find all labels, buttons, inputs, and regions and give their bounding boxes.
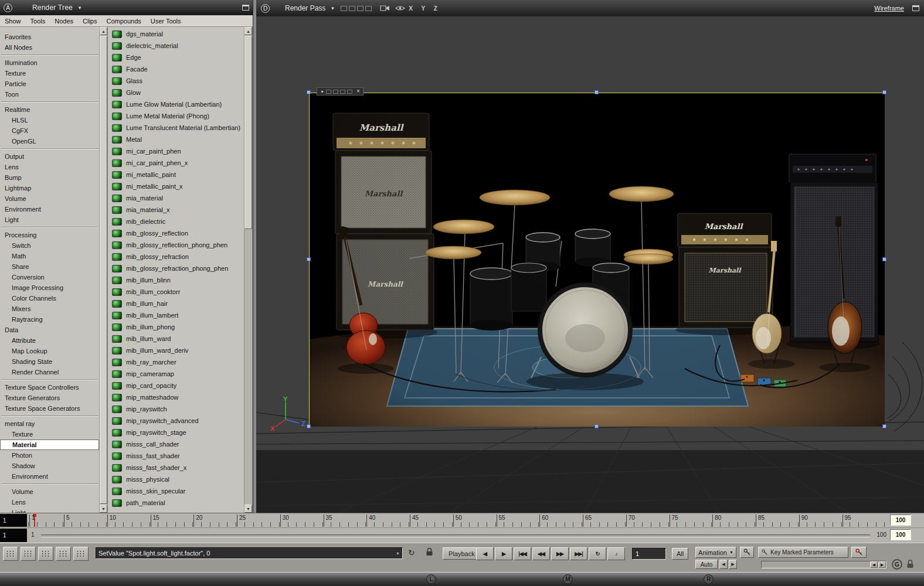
go-to-end-button[interactable]: ▶▶| <box>570 547 587 560</box>
tool-button-4[interactable] <box>56 547 71 561</box>
scroll-up-icon[interactable]: ▲ <box>100 27 107 35</box>
pass-slot[interactable] <box>349 6 355 11</box>
node-item[interactable]: mip_cameramap <box>108 368 244 380</box>
slider-left-arrow[interactable]: ◀ <box>870 561 878 568</box>
node-item[interactable]: Lume Glow Material (Lambertian) <box>108 98 244 110</box>
node-item[interactable]: mip_rayswitch_advanced <box>108 415 244 427</box>
scroll-down-icon[interactable]: ▼ <box>244 505 252 513</box>
eye-icon[interactable] <box>395 5 405 12</box>
node-scrollbar[interactable]: ▲ ▼ <box>244 27 253 513</box>
shading-mode-menu[interactable]: Wireframe <box>874 5 904 12</box>
category-volume[interactable]: Volume <box>0 193 99 204</box>
pass-slot[interactable] <box>365 6 372 11</box>
node-item[interactable]: mip_card_opacity <box>108 380 244 391</box>
frame-step-forward-button[interactable]: ▶ <box>495 547 512 560</box>
tool-button-5[interactable] <box>73 547 89 561</box>
category-data[interactable]: Data <box>0 325 99 335</box>
node-item[interactable]: mib_illum_ward_deriv <box>108 345 244 356</box>
category-texture-space-controllers[interactable]: Texture Space Controllers <box>0 382 99 393</box>
category-map-lookup[interactable]: Map Lookup <box>0 346 99 356</box>
node-item[interactable]: misss_physical <box>108 473 244 485</box>
category-conversion[interactable]: Conversion <box>0 272 99 282</box>
category-render-channel[interactable]: Render Channel <box>0 367 99 377</box>
timeline-ruler-row[interactable]: 1 15101520253035404550556065707580859095… <box>0 513 924 527</box>
key-marked-parameters-button[interactable]: Key Marked Parameters <box>758 547 848 558</box>
region-handle[interactable] <box>595 90 599 94</box>
all-button[interactable]: All <box>672 548 688 560</box>
node-item[interactable]: mip_rayswitch <box>108 403 244 415</box>
menu-clips[interactable]: Clips <box>78 15 101 26</box>
restore-window-icon[interactable] <box>912 5 919 11</box>
category-mental-ray[interactable]: mental ray <box>0 418 99 429</box>
category-hlsl[interactable]: HLSL <box>0 115 99 125</box>
node-item[interactable]: mib_illum_phong <box>108 321 244 333</box>
render-region[interactable]: ▼ × <box>309 93 884 426</box>
scroll-up-icon[interactable]: ▲ <box>244 27 252 35</box>
category-image-processing[interactable]: Image Processing <box>0 282 99 293</box>
node-item[interactable]: mib_illum_ward <box>108 333 244 345</box>
node-item[interactable]: Facade <box>108 63 244 75</box>
category-mixers[interactable]: Mixers <box>0 304 99 314</box>
node-item[interactable]: misss_skin_specular <box>108 485 244 497</box>
category-lens[interactable]: Lens <box>0 162 99 172</box>
menu-show[interactable]: Show <box>0 15 26 26</box>
node-item[interactable]: mia_material_x <box>108 204 244 216</box>
category-cgfx[interactable]: CgFX <box>0 125 99 136</box>
category-share[interactable]: Share <box>0 261 99 272</box>
axis-toggle-xyz[interactable]: X Y Z <box>409 5 441 12</box>
category-material[interactable]: Material <box>0 440 99 450</box>
global-transform-button[interactable]: G <box>892 559 902 570</box>
category-volume[interactable]: Volume <box>0 486 99 497</box>
loop-button[interactable]: ↻ <box>589 547 606 560</box>
node-item[interactable]: dielectric_material <box>108 40 244 52</box>
category-light[interactable]: Light <box>0 214 99 225</box>
category-texture-generators[interactable]: Texture Generators <box>0 393 99 403</box>
window-letter-icon[interactable]: D <box>261 4 270 13</box>
command-history-field[interactable]: SetValue "Spot.light.soft_light.factor",… <box>96 547 403 559</box>
node-item[interactable]: misss_fast_shader_x <box>108 462 244 473</box>
render-region-toolbar[interactable]: ▼ × <box>317 87 364 96</box>
menu-compounds[interactable]: Compounds <box>101 15 145 26</box>
current-frame-field[interactable]: 1 <box>632 548 666 560</box>
node-item[interactable]: Lume Translucent Material (Lambertian) <box>108 122 244 134</box>
slider-right-arrow[interactable]: ▶ <box>878 561 886 568</box>
close-region-icon[interactable]: × <box>356 88 360 94</box>
node-item[interactable]: mib_glossy_reflection <box>108 227 244 239</box>
frame-step-back-button[interactable]: ◀ <box>476 547 494 560</box>
audio-mute-button[interactable]: ♪ <box>607 547 625 560</box>
node-item[interactable]: mia_material <box>108 192 244 204</box>
tool-button-2[interactable] <box>21 547 36 561</box>
region-slot[interactable] <box>340 90 345 94</box>
next-key-arrow[interactable]: ▶ <box>729 560 737 569</box>
category-texture-space-generators[interactable]: Texture Space Generators <box>0 403 99 414</box>
set-key-button[interactable] <box>740 547 754 558</box>
category-toon[interactable]: Toon <box>0 89 99 100</box>
region-handle[interactable] <box>307 90 311 94</box>
node-item[interactable]: mib_illum_blinn <box>108 274 244 286</box>
range-slider-track[interactable] <box>41 534 870 537</box>
node-item[interactable]: mib_glossy_refraction_phong_phen <box>108 263 244 274</box>
category-light[interactable]: Light <box>0 507 99 513</box>
region-slot[interactable] <box>333 90 338 94</box>
category-realtime[interactable]: Realtime <box>0 104 99 115</box>
category-math[interactable]: Math <box>0 251 99 261</box>
viewport-titlebar[interactable]: D Render Pass ▼ X Y Z Wireframe <box>256 0 924 16</box>
category-shading-state[interactable]: Shading State <box>0 356 99 367</box>
node-item[interactable]: mib_ray_marcher <box>108 356 244 368</box>
render-pass-viewport[interactable]: D Render Pass ▼ X Y Z Wireframe <box>256 0 924 513</box>
category-texture[interactable]: Texture <box>0 429 99 440</box>
node-item[interactable]: mi_car_paint_phen <box>108 145 244 157</box>
category-bump[interactable]: Bump <box>0 172 99 183</box>
lock-icon[interactable] <box>426 547 433 558</box>
category-illumination[interactable]: Illumination <box>0 57 99 68</box>
node-item[interactable]: mib_dielectric <box>108 216 244 227</box>
pass-slot[interactable] <box>341 6 347 11</box>
category-switch[interactable]: Switch <box>0 240 99 251</box>
tool-button-3[interactable] <box>38 547 53 561</box>
category-texture[interactable]: Texture <box>0 68 99 79</box>
window-letter-icon[interactable]: A <box>4 4 12 12</box>
camera-dropdown-icon[interactable]: ▼ <box>330 6 335 11</box>
category-photon[interactable]: Photon <box>0 450 99 461</box>
region-slot[interactable] <box>347 90 352 94</box>
node-item[interactable]: Metal <box>108 134 244 145</box>
